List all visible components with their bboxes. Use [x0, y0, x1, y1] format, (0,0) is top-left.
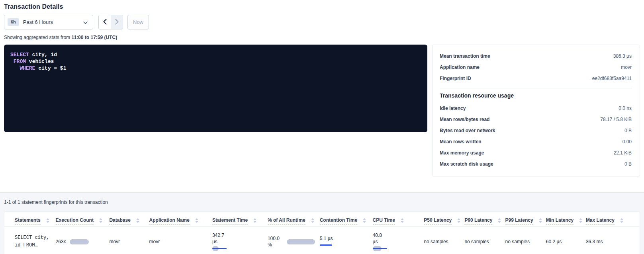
cell-database: movr	[106, 227, 146, 254]
chevron-left-icon	[103, 19, 107, 26]
summary-value: 386.3 µs	[613, 53, 632, 59]
page-title: Transaction Details	[4, 3, 640, 10]
sort-icon[interactable]	[539, 218, 542, 223]
summary-row: Mean rows written 0.00	[440, 136, 632, 147]
pct-runtime-value: 100.0 %	[268, 235, 283, 248]
summary-row: Mean transaction time 386.3 µs	[440, 51, 632, 62]
sql-line: WHERE city = $1	[10, 65, 421, 72]
statement-text-line: SELECT city,	[15, 234, 51, 242]
sort-icon[interactable]	[311, 218, 314, 223]
table-header-row: Statements Execution Count Database Appl…	[4, 212, 640, 227]
stats-line-prefix: Showing aggregated stats from	[4, 35, 71, 40]
cell-statement[interactable]: SELECT city, id FROM…	[4, 227, 53, 254]
execution-count-bar	[70, 239, 89, 244]
cell-p90-latency: no samples	[461, 227, 502, 254]
bar-stddev-line	[373, 248, 387, 249]
col-header-cpu-time[interactable]: CPU Time	[370, 212, 421, 227]
col-header-statement-time[interactable]: Statement Time	[209, 212, 264, 227]
cell-contention-time: 5.1 µs	[317, 227, 370, 254]
time-range-label: Past 6 Hours	[23, 19, 79, 25]
sort-icon[interactable]	[136, 218, 139, 223]
summary-value: movr	[621, 64, 632, 70]
col-header-statements[interactable]: Statements	[4, 212, 53, 227]
summary-label: Mean transaction time	[440, 53, 490, 59]
sort-icon[interactable]	[99, 218, 102, 223]
cell-application-name: movr	[146, 227, 209, 254]
col-header-p99-latency[interactable]: P99 Latency	[502, 212, 543, 227]
sql-text: vehicles	[26, 59, 54, 64]
statements-section: 1-1 of 1 statement fingerprints for this…	[0, 192, 644, 254]
statement-row[interactable]: SELECT city, id FROM… 263k movr movr	[4, 227, 640, 254]
cpu-time-bar	[373, 246, 419, 251]
next-time-button[interactable]	[111, 15, 123, 29]
bar-stddev-line	[320, 244, 332, 246]
sort-icon[interactable]	[363, 218, 366, 223]
summary-label: Max scratch disk usage	[440, 161, 493, 167]
transaction-summary-card: Mean transaction time 386.3 µs Applicati…	[432, 45, 640, 176]
sql-line: FROM vehicles	[10, 58, 421, 65]
col-header-p50-latency[interactable]: P50 Latency	[421, 212, 461, 227]
sort-icon[interactable]	[46, 218, 49, 223]
sql-statement-box: SELECT city, id FROM vehicles WHERE city…	[4, 45, 427, 132]
contention-time-value: 5.1 µs	[320, 236, 333, 241]
bar-stddev-line	[212, 248, 227, 249]
now-button[interactable]: Now	[127, 15, 149, 29]
time-range-badge: 6h	[8, 18, 19, 26]
col-header-contention-time[interactable]: Contention Time	[317, 212, 370, 227]
main-row: SELECT city, id FROM vehicles WHERE city…	[4, 45, 640, 176]
statements-table-card: Statements Execution Count Database Appl…	[4, 211, 640, 254]
sort-icon[interactable]	[620, 218, 623, 223]
statement-time-bar	[212, 246, 263, 251]
divider	[440, 88, 632, 88]
col-header-p90-latency[interactable]: P90 Latency	[461, 212, 502, 227]
summary-row: Idle latency 0.0 ns	[440, 103, 632, 114]
col-header-application-name[interactable]: Application Name	[146, 212, 209, 227]
sql-indent	[10, 59, 14, 64]
sort-icon[interactable]	[253, 218, 256, 223]
summary-row: Application name movr	[440, 62, 632, 73]
summary-row: Fingerprint ID ee2df683f5aa9411	[440, 73, 632, 84]
top-section: Transaction Details 6h Past 6 Hours	[0, 0, 644, 192]
summary-row: Max memory usage 22.1 KiB	[440, 147, 632, 158]
cell-cpu-time: 40.8 µs	[370, 227, 421, 254]
summary-value: 0.00	[622, 139, 632, 145]
time-range-dropdown[interactable]: 6h Past 6 Hours	[4, 15, 93, 29]
prev-time-button[interactable]	[99, 15, 111, 29]
summary-value: 0 B	[624, 128, 632, 133]
sql-keyword: FROM	[14, 59, 26, 64]
summary-row: Mean rows/bytes read 78.17 / 5.8 KiB	[440, 114, 632, 125]
cell-p99-latency: no samples	[502, 227, 543, 254]
sql-keyword: WHERE	[20, 65, 35, 71]
summary-value: 0 B	[624, 161, 632, 167]
resource-usage-heading: Transaction resource usage	[440, 92, 632, 99]
sort-icon[interactable]	[401, 218, 404, 223]
sort-icon[interactable]	[579, 218, 582, 223]
summary-label: Mean rows/bytes read	[440, 117, 489, 122]
summary-row: Bytes read over network 0 B	[440, 125, 632, 136]
execution-count-value: 263k	[56, 239, 66, 244]
chevron-right-icon	[115, 19, 119, 26]
summary-label: Bytes read over network	[440, 128, 495, 133]
summary-label: Max memory usage	[440, 150, 484, 156]
col-header-execution-count[interactable]: Execution Count	[53, 212, 106, 227]
sort-icon[interactable]	[498, 218, 501, 223]
sort-icon[interactable]	[457, 218, 460, 223]
statement-count-text: 1-1 of 1 statement fingerprints for this…	[4, 199, 640, 205]
summary-value: 0.0 ns	[619, 106, 632, 111]
col-header-database[interactable]: Database	[106, 212, 146, 227]
col-header-pct-of-all-runtime[interactable]: % of All Runtime	[264, 212, 317, 227]
pct-runtime-bar	[287, 239, 315, 244]
col-header-max-latency[interactable]: Max Latency	[583, 212, 640, 227]
summary-value: ee2df683f5aa9411	[592, 76, 632, 81]
contention-time-bar	[320, 242, 368, 248]
col-header-min-latency[interactable]: Min Latency	[543, 212, 583, 227]
stats-line-range: 11:00 to 17:59 (UTC)	[71, 35, 117, 40]
sort-icon[interactable]	[195, 218, 198, 223]
time-controls: 6h Past 6 Hours Now	[4, 15, 640, 29]
summary-label: Idle latency	[440, 106, 466, 111]
cell-min-latency: 60.2 µs	[543, 227, 583, 254]
summary-row: Max scratch disk usage 0 B	[440, 158, 632, 170]
summary-label: Mean rows written	[440, 139, 482, 145]
sql-keyword: SELECT	[10, 52, 29, 58]
summary-label: Application name	[440, 64, 480, 70]
